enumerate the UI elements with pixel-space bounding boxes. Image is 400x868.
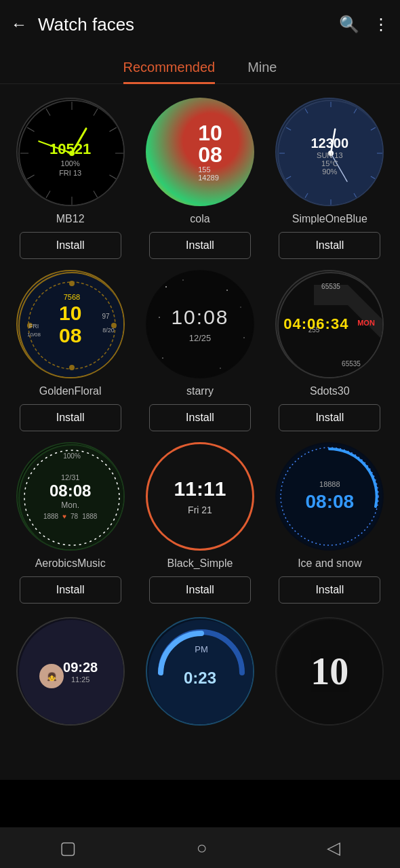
watch-face-simpleoneblue[interactable]: 12300 SUN 13 15°C 90% (275, 98, 384, 206)
svg-text:👧: 👧 (46, 671, 56, 682)
aero-time: 08:08 (49, 481, 91, 500)
sob-day: SUN 13 (317, 151, 343, 159)
svg-point-45 (182, 279, 184, 281)
icesnow-label: Ice and snow (298, 557, 361, 570)
watch-faces-grid-container: 10521 100% FRI 13 MB12 Install 10 08 155… (0, 84, 400, 780)
watch-item-simpleoneblue: 12300 SUN 13 15°C 90% SimpleOneBlue Inst… (271, 98, 389, 259)
svg-text:65535: 65535 (342, 360, 361, 368)
svg-text:65535: 65535 (321, 283, 340, 290)
mb12-install-button[interactable]: Install (20, 232, 121, 259)
svg-point-50 (162, 357, 163, 359)
aerobicsmusic-label: AerobicsMusic (35, 557, 106, 570)
sob-time: 12300 (311, 136, 349, 151)
aero-heart: ♥ (62, 513, 66, 520)
watch-face-aerobicsmusic[interactable]: 100% 12/31 08:08 Mon. 1888 ♥ 78 1888 (16, 442, 125, 551)
gf-time-m: 08 (59, 324, 81, 347)
gf-time-h: 10 (59, 302, 81, 324)
aero-sub2: 78 (71, 513, 78, 520)
sob-temp: 15°C (321, 159, 338, 167)
icesnow-install-button[interactable]: Install (279, 576, 380, 604)
watch-item-cola: 10 08 155 14289 cola Install (140, 98, 259, 259)
aero-sub1: 1888 (43, 513, 58, 520)
partial2-time: 0:23 (184, 669, 216, 688)
mb12-battery: 100% (61, 159, 80, 167)
svg-point-46 (226, 290, 228, 291)
header: ← Watch faces 🔍 ⋮ (0, 0, 400, 49)
nav-back-button[interactable]: ◁ (327, 837, 340, 859)
nav-square-button[interactable]: ▢ (60, 837, 77, 859)
watch-face-goldenfloral[interactable]: 7568 97 FRI 10/08 8/20 10 08 (16, 270, 125, 378)
partial-watches-row: 👧 09:28 11:25 PM 0:23 (0, 617, 400, 780)
watch-face-partial3[interactable]: 10 (275, 617, 384, 726)
partial3-time: 10 (311, 650, 348, 693)
goldenfloral-label: GoldenFloral (39, 385, 102, 397)
sdots30-install-button[interactable]: Install (279, 404, 380, 431)
mb12-step: 10521 (49, 140, 91, 158)
svg-point-51 (220, 368, 221, 369)
svg-point-35 (69, 365, 75, 370)
watch-item-partial2: PM 0:23 (140, 617, 259, 726)
svg-point-48 (159, 317, 160, 318)
starry-install-button[interactable]: Install (149, 404, 251, 431)
tab-recommended[interactable]: Recommended (123, 60, 216, 83)
watch-item-mb12: 10521 100% FRI 13 MB12 Install (11, 98, 129, 259)
svg-text:10/08: 10/08 (27, 332, 41, 338)
watch-face-icesnow[interactable]: 18888 08:08 (275, 442, 384, 551)
simpleoneblue-install-button[interactable]: Install (279, 232, 380, 259)
watch-face-mb12[interactable]: 10521 100% FRI 13 (16, 98, 125, 206)
watch-item-blacksimple: 11:11 Fri 21 Black_Simple Install (140, 442, 259, 604)
cola-sub1: 155 (198, 165, 210, 174)
watch-face-cola[interactable]: 10 08 155 14289 (146, 98, 254, 206)
cola-time-h: 10 (198, 122, 222, 144)
watch-item-aerobicsmusic: 100% 12/31 08:08 Mon. 1888 ♥ 78 1888 Aer… (11, 442, 129, 604)
aero-date: 12/31 (61, 473, 80, 481)
is-time: 08:08 (306, 491, 355, 513)
svg-text:100%: 100% (63, 452, 81, 460)
watch-item-icesnow: 18888 08:08 Ice and snow Install (271, 442, 389, 604)
svg-text:FRI: FRI (28, 323, 39, 330)
svg-text:97: 97 (102, 313, 110, 320)
tab-mine[interactable]: Mine (247, 60, 277, 83)
sdots30-label: Sdots30 (310, 385, 350, 397)
nav-home-button[interactable]: ○ (197, 837, 207, 859)
svg-point-44 (165, 286, 167, 288)
blacksimple-install-button[interactable]: Install (149, 576, 251, 604)
watch-face-blacksimple[interactable]: 11:11 Fri 21 (146, 442, 254, 551)
svg-point-34 (69, 281, 75, 286)
sdots-time: 04:06:34 (283, 315, 348, 333)
is-num: 18888 (319, 480, 340, 488)
cola-install-button[interactable]: Install (149, 232, 251, 259)
watch-face-sdots30[interactable]: 65535 255 65535 MON 04:06:34 (275, 270, 384, 378)
goldenfloral-install-button[interactable]: Install (20, 404, 121, 431)
bs-time: 11:11 (174, 477, 226, 500)
watch-item-sdots30: 65535 255 65535 MON 04:06:34 Sdots30 Ins… (271, 270, 389, 431)
partial1-sub: 11:25 (71, 675, 90, 684)
svg-text:PM: PM (195, 644, 208, 654)
watch-item-goldenfloral: 7568 97 FRI 10/08 8/20 10 08 GoldenFlora… (11, 270, 129, 431)
svg-text:8/20: 8/20 (102, 327, 115, 334)
cola-time-m: 08 (198, 144, 222, 165)
blacksimple-label: Black_Simple (167, 557, 233, 570)
svg-text:7568: 7568 (63, 293, 79, 301)
search-icon[interactable]: 🔍 (339, 15, 359, 34)
aerobicsmusic-install-button[interactable]: Install (20, 576, 121, 604)
cola-label: cola (190, 213, 209, 225)
bs-date: Fri 21 (188, 505, 212, 515)
watch-face-partial2[interactable]: PM 0:23 (146, 617, 254, 726)
bottom-navigation: ▢ ○ ◁ (0, 827, 400, 868)
header-actions: 🔍 ⋮ (339, 15, 389, 34)
partial1-time: 09:28 (63, 660, 98, 675)
cola-sub2: 14289 (198, 174, 219, 182)
aero-day: Mon. (61, 500, 79, 510)
watch-face-partial1[interactable]: 👧 09:28 11:25 (16, 617, 125, 726)
starry-date: 12/25 (189, 333, 212, 343)
back-button[interactable]: ← (11, 15, 27, 34)
simpleoneblue-label: SimpleOneBlue (292, 213, 367, 225)
starry-label: starry (186, 385, 214, 397)
sob-pct: 90% (322, 167, 337, 176)
watch-face-starry[interactable]: 10:08 12/25 (146, 270, 254, 378)
more-icon[interactable]: ⋮ (373, 15, 389, 34)
watch-item-partial3: 10 (271, 617, 389, 726)
mb12-label: MB12 (56, 213, 85, 225)
svg-point-47 (240, 307, 241, 308)
